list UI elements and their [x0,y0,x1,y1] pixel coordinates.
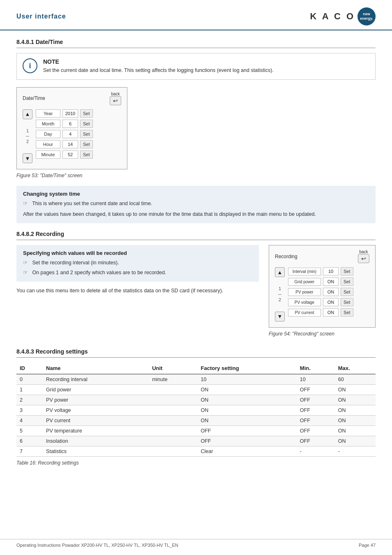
table-cell-unit [149,446,197,456]
back-arrow-rec[interactable]: ↩ [358,254,369,263]
note-title: NOTE [43,58,274,65]
col-id: ID [16,363,43,374]
table-caption: Table 16: Recording settings [16,460,376,466]
table-cell-unit [149,384,197,395]
field-row-year: Year 2010 Set [36,109,121,118]
section-recording-settings-heading: 8.4.8.3 Recording settings [16,348,376,355]
table-cell-unit [149,436,197,446]
nav-down-arrow-rec[interactable]: ▼ [275,312,285,321]
table-cell-factory: Clear [198,446,297,456]
field-set-pvvoltage[interactable]: Set [341,298,353,306]
nav-down-arrow[interactable]: ▼ [23,153,32,163]
table-cell-name: PV temperature [43,426,149,436]
datetime-screen-mockup: Date/Time back ↩ ▲ 1─2 ▼ Year 2010 [16,87,127,170]
table-cell-min: OFF [297,384,335,395]
table-cell-min: OFF [297,426,335,436]
rec-tip-line2: ☞ On pages 1 and 2 specify which values … [23,268,252,277]
field-set-day[interactable]: Set [80,130,93,138]
datetime-fields: Year 2010 Set Month 6 Set Day 4 Set [36,109,121,164]
table-row: 4PV currentONOFFON [16,415,376,426]
page-header: User interface K A C O new energy. [0,0,392,30]
section-datetime: 8.4.8.1 Date/Time i NOTE Set the current… [16,39,376,223]
field-label-year: Year [36,109,60,118]
screen-datetime-title: Date/Time [23,95,45,101]
field-label-grid: Grid power [288,278,321,286]
field-label-month: Month [36,120,60,128]
field-value-minute: 52 [62,150,78,159]
recording-fields: Interval (min) 10 Set Grid power ON Set [288,267,369,321]
rec-body-text: You can use this menu item to delete all… [16,287,259,295]
table-row: 6InsolationOFFOFFON [16,436,376,446]
field-set-pvcurrent[interactable]: Set [341,308,353,317]
table-row: 7StatisticsClear-- [16,446,376,456]
field-set-year[interactable]: Set [80,109,93,118]
rec-arrow-1: ☞ [23,260,31,266]
field-value-grid: ON [323,278,339,286]
field-set-grid[interactable]: Set [341,278,353,286]
recording-two-col: Specifying which values will be recorded… [16,245,376,344]
tip-heading-datetime: Changing system time [23,191,369,197]
screen-recording-title: Recording [275,254,297,259]
table-cell-min: 10 [297,374,335,385]
table-header-row: ID Name Unit Factory setting Min. Max. [16,363,376,374]
nav-page-label: 1─2 [26,128,29,145]
table-cell-max: ON [335,436,376,446]
field-label-interval: Interval (min) [288,268,321,275]
table-cell-max: - [335,446,376,456]
figure-caption-recording: Figure 54: "Recording" screen [269,331,376,337]
field-row-pvpower: PV power ON Set [288,288,369,296]
table-cell-min: OFF [297,436,335,446]
settings-table: ID Name Unit Factory setting Min. Max. 0… [16,363,376,457]
footer-text: Operating Instructions Powador XP200-HV … [16,543,178,548]
table-cell-min: OFF [297,415,335,426]
table-cell-unit: minute [149,374,197,385]
field-row-pvvoltage: PV voltage ON Set [288,298,369,306]
field-row-month: Month 6 Set [36,120,121,128]
section-datetime-rule [16,48,376,48]
col-name: Name [43,363,149,374]
field-row-grid: Grid power ON Set [288,278,369,286]
screen-nav-rec: ▲ 1─2 ▼ [275,267,285,321]
nav-up-arrow-rec[interactable]: ▲ [275,267,285,277]
table-cell-unit [149,426,197,436]
table-cell-id: 6 [16,436,43,446]
logo-text: K A C O [310,11,355,22]
field-set-interval[interactable]: Set [341,267,353,275]
field-set-month[interactable]: Set [80,120,93,128]
table-cell-factory: ON [198,405,297,415]
table-cell-id: 7 [16,446,43,456]
page-footer: Operating Instructions Powador XP200-HV … [0,539,392,548]
section-recording-settings-rule [16,357,376,358]
table-cell-id: 2 [16,395,43,405]
rec-tip-box: Specifying which values will be recorded… [16,245,259,282]
field-row-pvcurrent: PV current ON Set [288,308,369,317]
table-cell-factory: ON [198,395,297,405]
recording-screen-mockup: Recording back ↩ ▲ 1─2 ▼ [269,245,376,328]
field-set-minute[interactable]: Set [80,150,93,159]
col-min: Min. [297,363,335,374]
back-label-rec: back [359,250,368,254]
back-button-recording[interactable]: back ↩ [358,250,369,263]
table-row: 2PV powerONOFFON [16,395,376,405]
back-button-datetime[interactable]: back ↩ [110,92,121,105]
table-cell-min: - [297,446,335,456]
table-row: 1Grid powerONOFFON [16,384,376,395]
field-value-hour: 14 [62,140,78,148]
screen-body: ▲ 1─2 ▼ Year 2010 Set Month 6 Set [23,109,121,164]
table-cell-unit [149,395,197,405]
field-value-pvpower: ON [323,288,339,296]
section-recording: 8.4.8.2 Recording Specifying which value… [16,231,376,344]
nav-up-arrow[interactable]: ▲ [23,109,32,119]
back-arrow[interactable]: ↩ [110,96,121,105]
field-set-hour[interactable]: Set [80,140,93,148]
col-factory: Factory setting [198,363,297,374]
footer-page: Page 47 [359,543,376,548]
field-value-month: 6 [62,120,78,128]
page-content: 8.4.8.1 Date/Time i NOTE Set the current… [0,30,392,486]
field-set-pvpower[interactable]: Set [341,288,353,296]
section-recording-rule [16,240,376,240]
field-label-hour: Hour [36,140,60,148]
note-icon: i [23,58,37,73]
field-label-day: Day [36,130,60,138]
table-cell-name: Insolation [43,436,149,446]
